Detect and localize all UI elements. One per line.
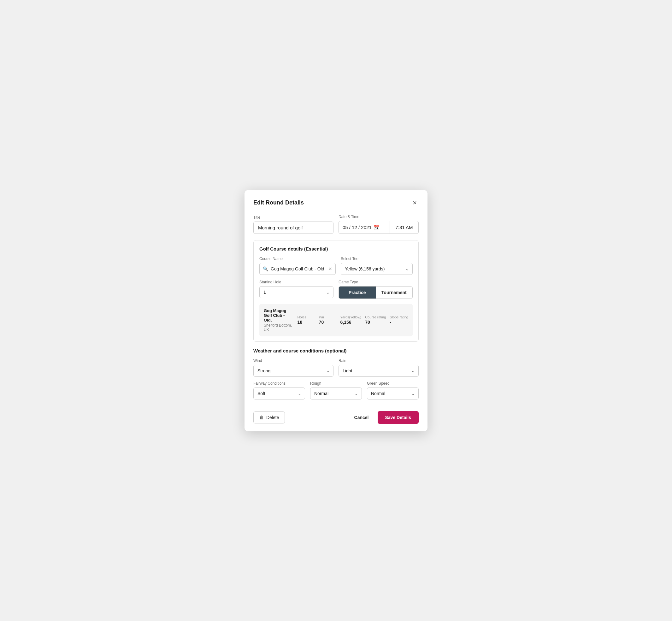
save-button[interactable]: Save Details	[378, 411, 419, 424]
course-info-location: Shelford Bottom, UK	[264, 323, 294, 332]
fairway-dropdown[interactable]: SoftNormalHard	[253, 387, 305, 400]
modal-title: Edit Round Details	[253, 199, 304, 206]
footer-right: Cancel Save Details	[352, 411, 419, 424]
title-field-group: Title	[253, 215, 333, 234]
game-type-label: Game Type	[339, 280, 413, 284]
green-speed-group: Green Speed SlowNormalFast ⌄	[367, 381, 419, 400]
wind-dropdown[interactable]: NoneLightModerateStrong	[253, 365, 333, 377]
wind-group: Wind NoneLightModerateStrong ⌄	[253, 359, 333, 377]
rough-group: Rough SoftNormalHard ⌄	[310, 381, 362, 400]
rough-dropdown[interactable]: SoftNormalHard	[310, 387, 362, 400]
rain-dropdown[interactable]: NoneLightModerateHeavy	[339, 365, 419, 377]
rough-wrapper: SoftNormalHard ⌄	[310, 387, 362, 400]
fairway-wrapper: SoftNormalHard ⌄	[253, 387, 305, 400]
slope-rating-label: Slope rating	[390, 315, 408, 319]
select-tee-dropdown[interactable]: Yellow (6,156 yards) White (6,500 yards)…	[341, 263, 413, 275]
wind-label: Wind	[253, 359, 333, 363]
course-bottom-row: Starting Hole 1234 5678 910 ⌄ Game Type …	[259, 280, 413, 299]
time-part[interactable]: 7:31 AM	[390, 221, 418, 234]
date-value: 05 / 12 / 2021	[343, 225, 372, 230]
time-value: 7:31 AM	[395, 225, 413, 230]
holes-label: Holes	[297, 315, 306, 319]
close-button[interactable]: ×	[411, 199, 419, 207]
course-section: Golf Course details (Essential) Course N…	[253, 240, 419, 342]
course-name-group: Course Name 🔍 ✕	[259, 256, 336, 275]
edit-round-modal: Edit Round Details × Title Date & Time 0…	[245, 190, 427, 431]
green-speed-dropdown[interactable]: SlowNormalFast	[367, 387, 419, 400]
practice-button[interactable]: Practice	[339, 287, 376, 298]
course-rating-label: Course rating	[365, 315, 386, 319]
rain-wrapper: NoneLightModerateHeavy ⌄	[339, 365, 419, 377]
course-name-label: Course Name	[259, 256, 336, 261]
holes-stat: Holes 18	[294, 315, 315, 325]
game-type-group: Game Type Practice Tournament	[339, 280, 413, 299]
tournament-button[interactable]: Tournament	[376, 287, 413, 298]
par-stat: Par 70	[315, 315, 337, 325]
rain-group: Rain NoneLightModerateHeavy ⌄	[339, 359, 419, 377]
course-info-bar: Gog Magog Golf Club - Old, Shelford Bott…	[259, 304, 413, 336]
fairway-label: Fairway Conditions	[253, 381, 305, 385]
green-speed-label: Green Speed	[367, 381, 419, 385]
delete-label: Delete	[266, 415, 279, 420]
course-info-name-text: Gog Magog Golf Club - Old,	[264, 308, 294, 323]
par-label: Par	[319, 315, 324, 319]
trash-icon: 🗑	[259, 415, 264, 420]
rough-label: Rough	[310, 381, 362, 385]
yards-label: Yards(Yellow)	[340, 315, 362, 319]
holes-value: 18	[297, 320, 302, 325]
select-tee-group: Select Tee Yellow (6,156 yards) White (6…	[341, 256, 413, 275]
title-input[interactable]	[253, 221, 333, 234]
title-label: Title	[253, 215, 333, 220]
weather-section: Weather and course conditions (optional)…	[253, 348, 419, 400]
slope-rating-value: -	[390, 320, 391, 325]
datetime-label: Date & Time	[339, 215, 419, 219]
cancel-button[interactable]: Cancel	[352, 412, 371, 423]
datetime-row: 05 / 12 / 2021 📅 7:31 AM	[339, 221, 419, 234]
slope-rating-stat: Slope rating -	[386, 315, 408, 325]
course-section-title: Golf Course details (Essential)	[259, 246, 413, 251]
clear-icon[interactable]: ✕	[328, 266, 332, 272]
course-name-input[interactable]	[271, 263, 326, 275]
conditions-row: Fairway Conditions SoftNormalHard ⌄ Roug…	[253, 381, 419, 400]
starting-hole-group: Starting Hole 1234 5678 910 ⌄	[259, 280, 333, 299]
course-top-row: Course Name 🔍 ✕ Select Tee Yellow (6,156…	[259, 256, 413, 275]
wind-wrapper: NoneLightModerateStrong ⌄	[253, 365, 333, 377]
starting-hole-wrapper: 1234 5678 910 ⌄	[259, 286, 333, 298]
search-icon: 🔍	[263, 266, 268, 272]
delete-button[interactable]: 🗑 Delete	[253, 411, 285, 423]
starting-hole-dropdown[interactable]: 1234 5678 910	[259, 286, 333, 298]
par-value: 70	[319, 320, 324, 325]
game-type-toggle: Practice Tournament	[339, 286, 413, 299]
yards-stat: Yards(Yellow) 6,156	[337, 315, 362, 325]
modal-header: Edit Round Details ×	[253, 199, 419, 207]
yards-value: 6,156	[340, 320, 351, 325]
select-tee-label: Select Tee	[341, 256, 413, 261]
calendar-icon: 📅	[374, 224, 380, 230]
datetime-field-group: Date & Time 05 / 12 / 2021 📅 7:31 AM	[339, 215, 419, 234]
modal-footer: 🗑 Delete Cancel Save Details	[253, 406, 419, 424]
rain-label: Rain	[339, 359, 419, 363]
course-rating-stat: Course rating 70	[361, 315, 386, 325]
date-part[interactable]: 05 / 12 / 2021 📅	[339, 221, 390, 234]
select-tee-wrapper: Yellow (6,156 yards) White (6,500 yards)…	[341, 263, 413, 275]
course-name-search[interactable]: 🔍 ✕	[259, 263, 336, 275]
green-speed-wrapper: SlowNormalFast ⌄	[367, 387, 419, 400]
weather-title: Weather and course conditions (optional)	[253, 348, 419, 354]
starting-hole-label: Starting Hole	[259, 280, 333, 284]
course-rating-value: 70	[365, 320, 370, 325]
top-row: Title Date & Time 05 / 12 / 2021 📅 7:31 …	[253, 215, 419, 234]
fairway-group: Fairway Conditions SoftNormalHard ⌄	[253, 381, 305, 400]
wind-rain-row: Wind NoneLightModerateStrong ⌄ Rain None…	[253, 359, 419, 377]
course-info-name: Gog Magog Golf Club - Old, Shelford Bott…	[264, 308, 294, 332]
